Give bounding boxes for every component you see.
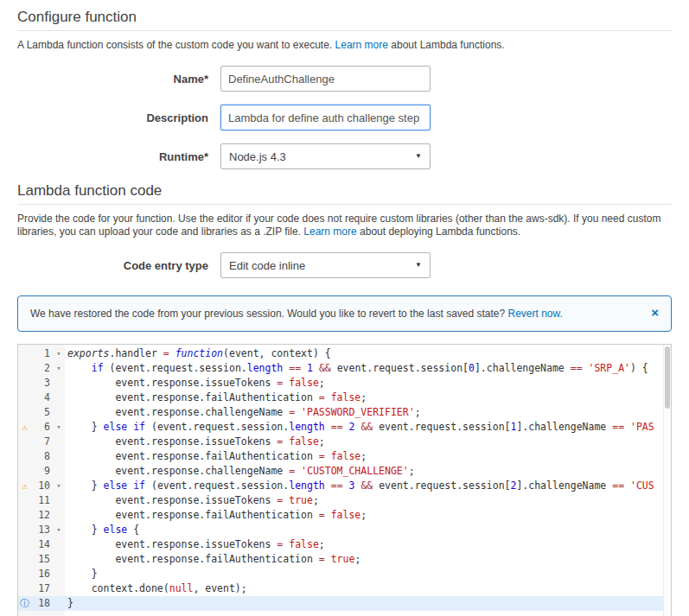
code-text[interactable]: } else { xyxy=(65,523,671,537)
code-line[interactable]: 1▾exports.handler = function(event, cont… xyxy=(18,346,671,361)
code-token: function xyxy=(175,347,223,359)
fold-spacer xyxy=(53,552,65,567)
code-text[interactable]: event.response.failAuthentication = true… xyxy=(65,552,671,567)
name-input[interactable] xyxy=(220,66,431,92)
description-label: Description xyxy=(17,111,220,124)
code-entry-type-row: Code entry type Edit code inline ▼ xyxy=(17,252,672,278)
marker-spacer xyxy=(18,508,31,523)
marker-spacer xyxy=(18,523,31,537)
marker-spacer xyxy=(18,435,31,449)
code-text[interactable]: event.response.issueTokens = false; xyxy=(65,376,671,391)
gutter-cell: 14 xyxy=(18,537,65,552)
code-text[interactable]: event.response.issueTokens = true; xyxy=(65,493,671,508)
code-text[interactable]: } else if (event.request.session.length … xyxy=(65,420,671,435)
code-token: 'PASSWORD_VERIFIER' xyxy=(301,406,415,418)
code-token xyxy=(343,421,349,433)
code-token: == xyxy=(331,479,343,492)
name-label: Name* xyxy=(17,73,220,86)
code-token xyxy=(624,479,630,492)
code-token xyxy=(325,553,331,565)
code-text[interactable]: event.response.challengeName = 'CUSTOM_C… xyxy=(65,464,671,479)
code-token: else xyxy=(104,421,128,433)
code-line[interactable]: 3 event.response.issueTokens = false; xyxy=(18,376,671,391)
editor-scrollbar[interactable] xyxy=(663,345,671,616)
gutter-cell: ⓘ18 xyxy=(18,596,65,611)
code-text[interactable]: event.response.challengeName = 'PASSWORD… xyxy=(65,405,671,420)
code-line[interactable]: 7 event.response.issueTokens = false; xyxy=(18,435,671,449)
fold-spacer xyxy=(53,449,65,464)
marker-spacer xyxy=(18,537,31,552)
learn-more-link[interactable]: Learn more xyxy=(335,39,388,51)
code-line[interactable]: 16 } xyxy=(18,567,671,581)
description-input[interactable] xyxy=(220,105,431,130)
code-token: } xyxy=(67,597,73,609)
fold-caret-icon[interactable]: ▾ xyxy=(53,523,65,537)
alert-message: We have restored the code from your prev… xyxy=(30,307,642,321)
fold-spacer xyxy=(53,581,65,596)
revert-now-link[interactable]: Revert now. xyxy=(508,308,563,320)
code-line[interactable]: 11 event.response.issueTokens = true; xyxy=(18,493,671,508)
code-token: context.done( xyxy=(67,582,169,594)
code-token: ; xyxy=(360,509,367,521)
code-line[interactable]: 17 context.done(null, event); xyxy=(18,581,671,596)
line-number: 1 xyxy=(31,346,53,361)
fold-caret-icon[interactable]: ▾ xyxy=(53,346,65,361)
code-text[interactable]: if (event.request.session.length == 1 &&… xyxy=(65,361,671,376)
code-token: if xyxy=(92,362,104,374)
code-text[interactable]: exports.handler = function(event, contex… xyxy=(65,346,671,361)
code-entry-type-select[interactable]: Edit code inline ▼ xyxy=(220,252,431,278)
fold-caret-icon[interactable]: ▾ xyxy=(53,361,65,376)
code-token: && xyxy=(360,479,373,492)
line-number: 2 xyxy=(31,361,53,376)
code-line[interactable]: ⓘ18} xyxy=(18,596,671,611)
code-token: == xyxy=(612,479,624,492)
close-icon[interactable]: × xyxy=(642,307,659,318)
code-text[interactable]: event.response.failAuthentication = fals… xyxy=(65,508,671,523)
gutter-cell: 16 xyxy=(18,567,65,581)
code-text[interactable]: } xyxy=(65,596,671,611)
code-text[interactable]: context.done(null, event); xyxy=(65,581,671,596)
code-line[interactable]: 9 event.response.challengeName = 'CUSTOM… xyxy=(18,464,671,479)
code-text[interactable]: } xyxy=(65,567,671,581)
code-token: true xyxy=(331,553,355,565)
code-text[interactable]: event.response.failAuthentication = fals… xyxy=(65,391,671,405)
code-token: else xyxy=(104,524,128,536)
marker-spacer xyxy=(18,361,31,376)
line-number: 14 xyxy=(31,537,53,552)
code-line[interactable]: 12 event.response.failAuthentication = f… xyxy=(18,508,671,523)
code-editor[interactable]: 1▾exports.handler = function(event, cont… xyxy=(17,344,672,616)
fold-spacer xyxy=(53,391,65,405)
editor-scrollbar-thumb[interactable] xyxy=(665,346,670,409)
code-token: { xyxy=(127,524,139,536)
runtime-label: Runtime* xyxy=(17,150,220,163)
code-token: true xyxy=(289,494,313,506)
code-token: event.request.session[ xyxy=(331,362,469,374)
fold-caret-icon[interactable]: ▾ xyxy=(53,479,65,493)
runtime-select[interactable]: Node.js 4.3 ▼ xyxy=(220,143,431,169)
code-line[interactable]: 8 event.response.failAuthentication = fa… xyxy=(18,449,671,464)
code-token: = xyxy=(319,509,325,521)
code-text[interactable]: event.response.issueTokens = false; xyxy=(65,537,671,552)
code-token: false xyxy=(331,391,361,403)
code-line[interactable]: 2▾ if (event.request.session.length == 1… xyxy=(18,361,671,376)
code-line[interactable]: 15 event.response.failAuthentication = t… xyxy=(18,552,671,567)
code-section-description: Provide the code for your function. Use … xyxy=(17,213,672,238)
code-token xyxy=(325,391,331,403)
code-line[interactable]: 4 event.response.failAuthentication = fa… xyxy=(18,391,671,405)
code-text[interactable]: event.response.failAuthentication = fals… xyxy=(65,449,671,464)
learn-more-deploy-link[interactable]: Learn more xyxy=(303,225,356,238)
code-token: 'CUSTOM_CHALLENGE' xyxy=(301,465,409,477)
code-line[interactable]: 13▾ } else { xyxy=(18,523,671,537)
code-line[interactable]: ⚠10▾ } else if (event.request.session.le… xyxy=(18,479,671,493)
code-text[interactable]: event.response.issueTokens = false; xyxy=(65,435,671,449)
gutter-cell: 5 xyxy=(18,405,65,420)
code-token: ; xyxy=(319,538,325,550)
fold-spacer xyxy=(53,405,65,420)
alert-message-text: We have restored the code from your prev… xyxy=(30,308,505,320)
code-line[interactable]: ⚠6▾ } else if (event.request.session.len… xyxy=(18,420,671,435)
code-line[interactable]: 14 event.response.issueTokens = false; xyxy=(18,537,671,552)
code-text[interactable]: } else if (event.request.session.length … xyxy=(65,479,671,493)
fold-caret-icon[interactable]: ▾ xyxy=(53,420,65,435)
code-line[interactable]: 5 event.response.challengeName = 'PASSWO… xyxy=(18,405,671,420)
code-token: event.response.challengeName xyxy=(67,406,289,418)
